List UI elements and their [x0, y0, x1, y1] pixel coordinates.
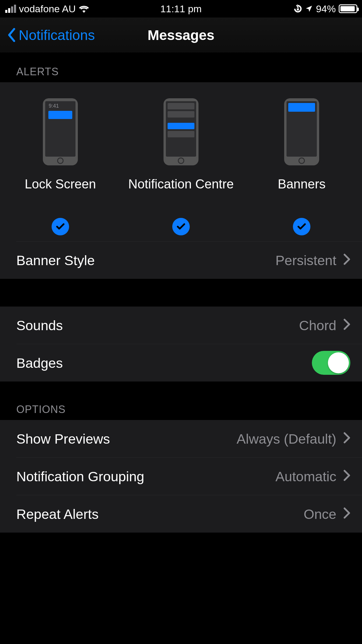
banners-mock-icon — [284, 98, 319, 165]
alerts-group: 9:41 Lock Screen N — [0, 82, 362, 279]
status-bar: vodafone AU 11:11 pm 94% — [0, 0, 362, 18]
checkmark-icon — [52, 218, 69, 235]
alert-type-banners[interactable]: Banners — [241, 98, 362, 235]
section-header-options: OPTIONS — [0, 382, 362, 420]
row-badges: Badges — [0, 344, 362, 382]
repeat-alerts-label: Repeat Alerts — [16, 506, 99, 522]
banner-style-label: Banner Style — [16, 252, 95, 268]
show-previews-value: Always (Default) — [237, 431, 336, 447]
row-sounds[interactable]: Sounds Chord — [0, 307, 362, 344]
lock-screen-label: Lock Screen — [25, 176, 96, 211]
wifi-icon — [79, 5, 89, 13]
alert-type-notification-centre[interactable]: Notification Centre — [121, 98, 241, 235]
row-repeat-alerts[interactable]: Repeat Alerts Once — [0, 495, 362, 533]
chevron-right-icon — [343, 317, 350, 333]
sounds-badges-group: Sounds Chord Badges — [0, 307, 362, 382]
banner-style-value: Persistent — [275, 252, 336, 268]
checkmark-icon — [172, 218, 190, 235]
options-group: Show Previews Always (Default) Notificat… — [0, 420, 362, 533]
notification-grouping-label: Notification Grouping — [16, 468, 144, 484]
banners-label: Banners — [278, 176, 326, 211]
notification-centre-label: Notification Centre — [128, 176, 234, 211]
section-header-alerts: ALERTS — [0, 52, 362, 82]
chevron-right-icon — [343, 431, 350, 447]
chevron-right-icon — [343, 506, 350, 522]
chevron-right-icon — [343, 252, 350, 268]
carrier-label: vodafone AU — [19, 3, 76, 15]
orientation-lock-icon — [294, 5, 302, 13]
navigation-bar: Notifications Messages — [0, 18, 362, 52]
chevron-right-icon — [343, 468, 350, 484]
checkmark-icon — [293, 218, 310, 235]
show-previews-label: Show Previews — [16, 431, 110, 447]
lock-screen-mock-icon: 9:41 — [43, 98, 78, 165]
notification-centre-mock-icon — [164, 98, 198, 165]
back-label: Notifications — [19, 27, 95, 43]
battery-icon — [339, 4, 357, 13]
svg-rect-0 — [297, 9, 299, 10]
alert-type-lock-screen[interactable]: 9:41 Lock Screen — [0, 98, 121, 235]
notification-grouping-value: Automatic — [275, 468, 336, 484]
badges-toggle[interactable] — [312, 351, 350, 375]
badges-label: Badges — [16, 355, 63, 371]
battery-percent-label: 94% — [316, 3, 336, 15]
back-button[interactable]: Notifications — [7, 27, 95, 43]
cellular-signal-icon — [5, 5, 16, 13]
row-show-previews[interactable]: Show Previews Always (Default) — [0, 420, 362, 457]
repeat-alerts-value: Once — [304, 506, 336, 522]
sounds-value: Chord — [299, 317, 336, 333]
row-notification-grouping[interactable]: Notification Grouping Automatic — [0, 458, 362, 495]
sounds-label: Sounds — [16, 317, 63, 333]
row-banner-style[interactable]: Banner Style Persistent — [0, 242, 362, 279]
location-icon — [305, 5, 313, 13]
